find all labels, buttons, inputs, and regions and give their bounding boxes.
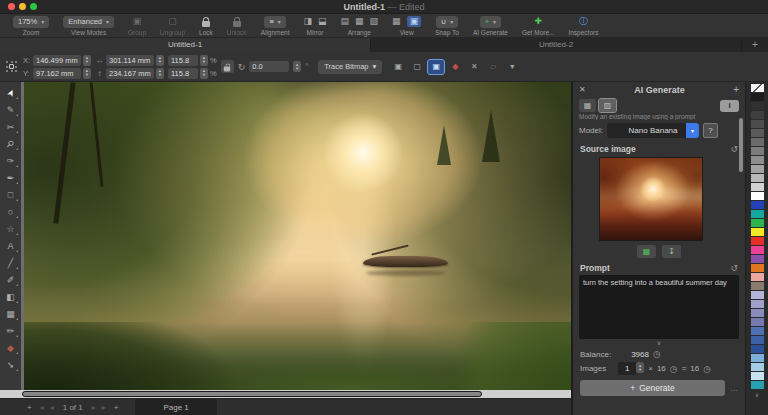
artistic-media-tool[interactable]: ✒ [2, 170, 19, 186]
model-dropdown[interactable]: Nano Banana ▾ [607, 123, 699, 138]
info-icon[interactable]: i [720, 100, 739, 112]
expand-chevron-icon[interactable]: ∨ [573, 339, 745, 347]
close-panel-icon[interactable]: ✕ [579, 85, 586, 94]
stepper-down-icon[interactable]: ▾ [86, 60, 88, 64]
add-page-before-button[interactable]: + [22, 403, 37, 412]
shape-tool[interactable]: ✎ [2, 102, 19, 118]
edit-bitmap-icon[interactable]: ▣ [390, 60, 406, 74]
scale-y-field[interactable]: 115.8 [168, 68, 198, 79]
import-image-button[interactable]: ↧ [662, 245, 681, 258]
color-swatch[interactable] [751, 192, 764, 200]
view-modes-dropdown[interactable]: Enhanced▾ [63, 16, 114, 28]
more-options-icon[interactable]: … [730, 384, 738, 393]
fill-tool[interactable]: ◆ [2, 340, 19, 356]
zoom-dropdown[interactable]: 175%▾ [13, 16, 49, 28]
reset-prompt-icon[interactable]: ↺ [730, 263, 738, 273]
arrange-icon[interactable]: ▦ [355, 17, 364, 26]
mesh-fill-tool[interactable]: ▦ [2, 306, 19, 322]
scale-y-stepper[interactable]: ▴▾ [200, 68, 208, 79]
tab-untitled-2[interactable]: Untitled-2 [371, 38, 742, 52]
scrollbar-thumb[interactable] [22, 391, 482, 397]
generate-button[interactable]: + Generate [580, 380, 725, 396]
total-info-icon[interactable]: ◷ [703, 364, 711, 374]
arrange-icon[interactable]: ▧ [370, 17, 379, 26]
smear-tool[interactable]: ➘ [2, 357, 19, 373]
color-swatch[interactable] [751, 372, 764, 380]
color-swatch[interactable] [751, 228, 764, 236]
images-stepper[interactable]: ▴▾ [636, 362, 644, 373]
x-stepper[interactable]: ▴▾ [83, 55, 91, 66]
color-swatch[interactable] [751, 246, 764, 254]
mirror-icon[interactable]: ⬓ [318, 17, 327, 26]
lock-button[interactable] [202, 15, 210, 28]
bitmap-options-dropdown[interactable]: ▾ [504, 60, 520, 74]
stepper-down-icon[interactable]: ▾ [203, 60, 205, 64]
color-swatch[interactable] [751, 219, 764, 227]
freehand-tool[interactable]: ✑ [2, 153, 19, 169]
view-icon[interactable]: ▣ [407, 16, 422, 27]
y-position-field[interactable]: 97.162 mm [33, 68, 81, 79]
cost-info-icon[interactable]: ◷ [670, 364, 678, 374]
stepper-down-icon[interactable]: ▾ [159, 73, 161, 77]
color-swatch[interactable] [751, 102, 764, 110]
color-swatch[interactable] [751, 156, 764, 164]
color-swatch[interactable] [751, 201, 764, 209]
alignment-dropdown[interactable]: ≡▾ [264, 16, 285, 28]
color-swatch[interactable] [751, 183, 764, 191]
images-count-field[interactable]: 1 [618, 362, 636, 375]
color-swatch[interactable] [751, 300, 764, 308]
ai-generate-dropdown[interactable]: +▾ [480, 16, 501, 28]
unlock-button[interactable] [233, 15, 241, 28]
text-to-image-toggle[interactable]: ▦ [579, 99, 596, 112]
no-fill-swatch[interactable] [751, 84, 764, 92]
interactive-fill-tool[interactable]: ◧ [2, 289, 19, 305]
y-stepper[interactable]: ▴▾ [83, 68, 91, 79]
stepper-down-icon[interactable]: ▾ [86, 73, 88, 77]
polygon-tool[interactable]: ☆ [2, 221, 19, 237]
balance-history-icon[interactable]: ◷ [653, 349, 661, 359]
color-swatch[interactable] [751, 273, 764, 281]
palette-scroll-down-icon[interactable]: ∨ [755, 391, 759, 398]
object-width-field[interactable]: 301.114 mm [106, 55, 154, 66]
stepper-down-icon[interactable]: ▾ [639, 368, 641, 372]
rotation-angle-field[interactable]: 0.0 [249, 61, 289, 72]
previous-page-icon[interactable]: ◂ [37, 403, 47, 412]
source-image-thumbnail[interactable] [599, 157, 703, 241]
arrange-icon[interactable]: ▤ [341, 17, 350, 26]
mirror-icon[interactable]: ◨ [304, 17, 313, 26]
prompt-input[interactable]: turn the setting into a beautiful summer… [579, 275, 739, 339]
color-swatch[interactable] [751, 309, 764, 317]
color-swatch[interactable] [751, 336, 764, 344]
x-position-field[interactable]: 146.499 mm [33, 55, 81, 66]
color-swatch[interactable] [751, 354, 764, 362]
color-swatch[interactable] [751, 345, 764, 353]
snap-to-dropdown[interactable]: ∪▾ [436, 16, 459, 28]
color-swatch[interactable] [751, 327, 764, 335]
zoom-tool[interactable]: ⚲ [2, 136, 19, 152]
width-stepper[interactable]: ▴▾ [156, 55, 164, 66]
scale-x-field[interactable]: 115.8 [168, 55, 198, 66]
ungroup-icon[interactable]: ▢ [168, 17, 177, 26]
previous-page-icon[interactable]: ◂ [47, 403, 57, 412]
next-page-icon[interactable]: ▸ [99, 403, 109, 412]
image-to-image-toggle[interactable]: ▨ [599, 99, 616, 112]
trace-bitmap-button[interactable]: Trace Bitmap ▾ [318, 60, 382, 74]
new-tab-button[interactable]: + [742, 38, 768, 52]
reset-source-icon[interactable]: ↺ [730, 144, 738, 154]
color-swatch[interactable] [751, 138, 764, 146]
canvas-image[interactable] [24, 82, 571, 390]
resample-bitmap-icon[interactable]: ▢ [409, 60, 425, 74]
dimension-tool[interactable]: ╱ [2, 255, 19, 271]
height-stepper[interactable]: ▴▾ [156, 68, 164, 79]
object-height-field[interactable]: 234.167 mm [106, 68, 154, 79]
color-swatch[interactable] [751, 291, 764, 299]
tab-untitled-1[interactable]: Untitled-1 [0, 38, 371, 52]
straighten-icon[interactable]: ✕ [466, 60, 482, 74]
adjust-icon[interactable]: ◆ [447, 60, 463, 74]
text-tool[interactable]: A [2, 238, 19, 254]
color-swatch[interactable] [751, 129, 764, 137]
color-swatch[interactable] [751, 237, 764, 245]
inspectors-icon[interactable]: ⓘ [579, 17, 588, 26]
color-swatch[interactable] [751, 363, 764, 371]
get-more-icon[interactable]: ✚ [534, 17, 542, 26]
